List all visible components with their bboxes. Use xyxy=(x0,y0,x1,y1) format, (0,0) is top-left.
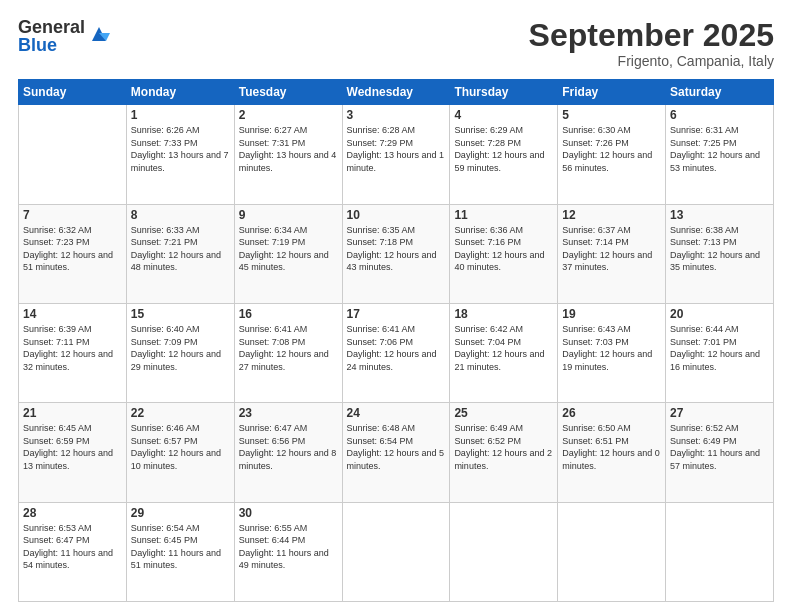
day-info: Sunrise: 6:52 AMSunset: 6:49 PMDaylight:… xyxy=(670,422,769,472)
calendar-week-row: 14Sunrise: 6:39 AMSunset: 7:11 PMDayligh… xyxy=(19,303,774,402)
day-info: Sunrise: 6:31 AMSunset: 7:25 PMDaylight:… xyxy=(670,124,769,174)
location: Frigento, Campania, Italy xyxy=(529,53,774,69)
table-row: 20Sunrise: 6:44 AMSunset: 7:01 PMDayligh… xyxy=(666,303,774,402)
day-number: 26 xyxy=(562,406,661,420)
day-info: Sunrise: 6:39 AMSunset: 7:11 PMDaylight:… xyxy=(23,323,122,373)
table-row: 5Sunrise: 6:30 AMSunset: 7:26 PMDaylight… xyxy=(558,105,666,204)
day-number: 24 xyxy=(347,406,446,420)
table-row: 28Sunrise: 6:53 AMSunset: 6:47 PMDayligh… xyxy=(19,502,127,601)
table-row: 2Sunrise: 6:27 AMSunset: 7:31 PMDaylight… xyxy=(234,105,342,204)
table-row: 7Sunrise: 6:32 AMSunset: 7:23 PMDaylight… xyxy=(19,204,127,303)
table-row: 26Sunrise: 6:50 AMSunset: 6:51 PMDayligh… xyxy=(558,403,666,502)
table-row xyxy=(450,502,558,601)
day-number: 18 xyxy=(454,307,553,321)
calendar-week-row: 1Sunrise: 6:26 AMSunset: 7:33 PMDaylight… xyxy=(19,105,774,204)
day-number: 13 xyxy=(670,208,769,222)
day-number: 29 xyxy=(131,506,230,520)
day-info: Sunrise: 6:43 AMSunset: 7:03 PMDaylight:… xyxy=(562,323,661,373)
day-number: 6 xyxy=(670,108,769,122)
logo-icon xyxy=(88,23,110,45)
header-saturday: Saturday xyxy=(666,80,774,105)
day-number: 22 xyxy=(131,406,230,420)
day-number: 14 xyxy=(23,307,122,321)
table-row: 24Sunrise: 6:48 AMSunset: 6:54 PMDayligh… xyxy=(342,403,450,502)
day-info: Sunrise: 6:38 AMSunset: 7:13 PMDaylight:… xyxy=(670,224,769,274)
table-row: 29Sunrise: 6:54 AMSunset: 6:45 PMDayligh… xyxy=(126,502,234,601)
day-info: Sunrise: 6:49 AMSunset: 6:52 PMDaylight:… xyxy=(454,422,553,472)
day-number: 3 xyxy=(347,108,446,122)
table-row: 23Sunrise: 6:47 AMSunset: 6:56 PMDayligh… xyxy=(234,403,342,502)
day-info: Sunrise: 6:41 AMSunset: 7:08 PMDaylight:… xyxy=(239,323,338,373)
day-info: Sunrise: 6:33 AMSunset: 7:21 PMDaylight:… xyxy=(131,224,230,274)
day-info: Sunrise: 6:44 AMSunset: 7:01 PMDaylight:… xyxy=(670,323,769,373)
table-row: 19Sunrise: 6:43 AMSunset: 7:03 PMDayligh… xyxy=(558,303,666,402)
day-number: 19 xyxy=(562,307,661,321)
page: General Blue September 2025 Frigento, Ca… xyxy=(0,0,792,612)
day-number: 4 xyxy=(454,108,553,122)
day-info: Sunrise: 6:36 AMSunset: 7:16 PMDaylight:… xyxy=(454,224,553,274)
table-row: 18Sunrise: 6:42 AMSunset: 7:04 PMDayligh… xyxy=(450,303,558,402)
day-info: Sunrise: 6:48 AMSunset: 6:54 PMDaylight:… xyxy=(347,422,446,472)
header-wednesday: Wednesday xyxy=(342,80,450,105)
day-number: 5 xyxy=(562,108,661,122)
table-row: 8Sunrise: 6:33 AMSunset: 7:21 PMDaylight… xyxy=(126,204,234,303)
day-number: 28 xyxy=(23,506,122,520)
day-number: 17 xyxy=(347,307,446,321)
day-info: Sunrise: 6:50 AMSunset: 6:51 PMDaylight:… xyxy=(562,422,661,472)
calendar-week-row: 21Sunrise: 6:45 AMSunset: 6:59 PMDayligh… xyxy=(19,403,774,502)
table-row xyxy=(558,502,666,601)
table-row: 6Sunrise: 6:31 AMSunset: 7:25 PMDaylight… xyxy=(666,105,774,204)
table-row: 9Sunrise: 6:34 AMSunset: 7:19 PMDaylight… xyxy=(234,204,342,303)
day-info: Sunrise: 6:34 AMSunset: 7:19 PMDaylight:… xyxy=(239,224,338,274)
day-info: Sunrise: 6:45 AMSunset: 6:59 PMDaylight:… xyxy=(23,422,122,472)
day-info: Sunrise: 6:37 AMSunset: 7:14 PMDaylight:… xyxy=(562,224,661,274)
day-info: Sunrise: 6:47 AMSunset: 6:56 PMDaylight:… xyxy=(239,422,338,472)
header: General Blue September 2025 Frigento, Ca… xyxy=(18,18,774,69)
day-number: 10 xyxy=(347,208,446,222)
day-number: 23 xyxy=(239,406,338,420)
table-row: 30Sunrise: 6:55 AMSunset: 6:44 PMDayligh… xyxy=(234,502,342,601)
calendar: Sunday Monday Tuesday Wednesday Thursday… xyxy=(18,79,774,602)
day-info: Sunrise: 6:29 AMSunset: 7:28 PMDaylight:… xyxy=(454,124,553,174)
table-row xyxy=(342,502,450,601)
day-info: Sunrise: 6:32 AMSunset: 7:23 PMDaylight:… xyxy=(23,224,122,274)
header-tuesday: Tuesday xyxy=(234,80,342,105)
day-number: 20 xyxy=(670,307,769,321)
table-row: 12Sunrise: 6:37 AMSunset: 7:14 PMDayligh… xyxy=(558,204,666,303)
header-friday: Friday xyxy=(558,80,666,105)
table-row: 4Sunrise: 6:29 AMSunset: 7:28 PMDaylight… xyxy=(450,105,558,204)
day-info: Sunrise: 6:53 AMSunset: 6:47 PMDaylight:… xyxy=(23,522,122,572)
day-number: 12 xyxy=(562,208,661,222)
title-block: September 2025 Frigento, Campania, Italy xyxy=(529,18,774,69)
table-row: 16Sunrise: 6:41 AMSunset: 7:08 PMDayligh… xyxy=(234,303,342,402)
day-number: 7 xyxy=(23,208,122,222)
header-sunday: Sunday xyxy=(19,80,127,105)
table-row: 21Sunrise: 6:45 AMSunset: 6:59 PMDayligh… xyxy=(19,403,127,502)
header-monday: Monday xyxy=(126,80,234,105)
day-number: 30 xyxy=(239,506,338,520)
table-row: 27Sunrise: 6:52 AMSunset: 6:49 PMDayligh… xyxy=(666,403,774,502)
table-row: 25Sunrise: 6:49 AMSunset: 6:52 PMDayligh… xyxy=(450,403,558,502)
day-number: 8 xyxy=(131,208,230,222)
day-info: Sunrise: 6:55 AMSunset: 6:44 PMDaylight:… xyxy=(239,522,338,572)
day-info: Sunrise: 6:26 AMSunset: 7:33 PMDaylight:… xyxy=(131,124,230,174)
day-number: 11 xyxy=(454,208,553,222)
logo: General Blue xyxy=(18,18,110,54)
month-title: September 2025 xyxy=(529,18,774,53)
day-info: Sunrise: 6:27 AMSunset: 7:31 PMDaylight:… xyxy=(239,124,338,174)
day-info: Sunrise: 6:46 AMSunset: 6:57 PMDaylight:… xyxy=(131,422,230,472)
day-number: 1 xyxy=(131,108,230,122)
day-info: Sunrise: 6:42 AMSunset: 7:04 PMDaylight:… xyxy=(454,323,553,373)
day-info: Sunrise: 6:40 AMSunset: 7:09 PMDaylight:… xyxy=(131,323,230,373)
day-number: 16 xyxy=(239,307,338,321)
table-row xyxy=(666,502,774,601)
header-thursday: Thursday xyxy=(450,80,558,105)
day-number: 15 xyxy=(131,307,230,321)
day-info: Sunrise: 6:28 AMSunset: 7:29 PMDaylight:… xyxy=(347,124,446,174)
logo-blue: Blue xyxy=(18,36,85,54)
table-row: 11Sunrise: 6:36 AMSunset: 7:16 PMDayligh… xyxy=(450,204,558,303)
table-row: 13Sunrise: 6:38 AMSunset: 7:13 PMDayligh… xyxy=(666,204,774,303)
calendar-week-row: 7Sunrise: 6:32 AMSunset: 7:23 PMDaylight… xyxy=(19,204,774,303)
day-number: 25 xyxy=(454,406,553,420)
calendar-week-row: 28Sunrise: 6:53 AMSunset: 6:47 PMDayligh… xyxy=(19,502,774,601)
